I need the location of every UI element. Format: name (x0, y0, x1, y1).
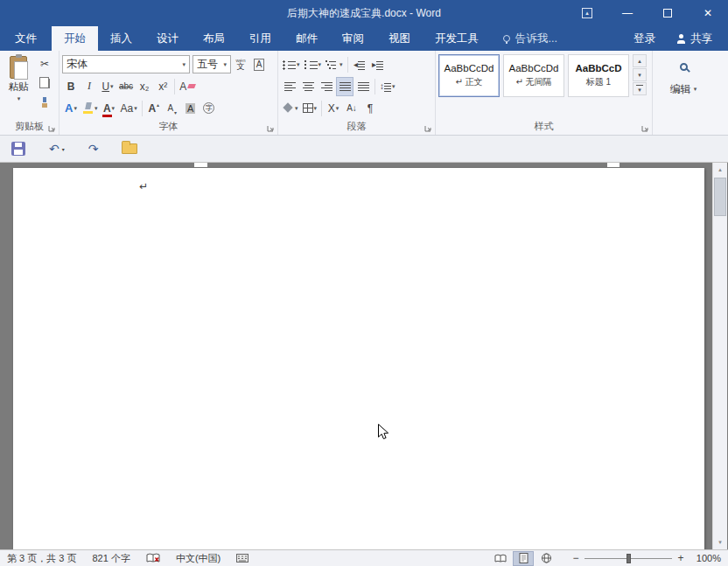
align-center-button[interactable] (299, 77, 317, 96)
caret-down-icon[interactable]: ▾ (223, 61, 227, 68)
format-painter-button[interactable] (34, 94, 55, 111)
character-shading-button[interactable]: A (182, 99, 200, 118)
maximize-button[interactable] (648, 0, 688, 26)
web-layout-button[interactable] (536, 551, 556, 566)
share-button[interactable]: 共享 (666, 31, 723, 46)
font-color-button[interactable]: A▾ (101, 99, 118, 118)
tab-mailings[interactable]: 邮件 (284, 26, 330, 51)
status-bar: 第 3 页，共 3 页 821 个字 中文(中国) (0, 549, 728, 566)
read-mode-button[interactable] (490, 551, 511, 566)
grow-font-button[interactable]: A▴ (145, 99, 163, 118)
bold-button[interactable]: B (62, 77, 80, 96)
tab-references[interactable]: 引用 (237, 26, 284, 51)
align-right-button[interactable] (318, 77, 335, 96)
cut-button[interactable]: ✂ (34, 55, 55, 73)
styles-dialog-launcher-icon[interactable] (641, 124, 649, 132)
clipboard-dialog-launcher-icon[interactable] (48, 124, 56, 132)
proofing-status[interactable] (146, 553, 160, 563)
scroll-up-button[interactable]: ▴ (713, 163, 727, 177)
word-count[interactable]: 821 个字 (92, 552, 130, 565)
decrease-indent-button[interactable]: ◂ (351, 55, 368, 74)
underline-button[interactable]: U▾ (99, 77, 116, 96)
character-border-button[interactable]: A (250, 55, 268, 74)
paragraph-dialog-launcher-icon[interactable] (424, 124, 432, 132)
shading-button[interactable]: ▾ (281, 99, 300, 118)
show-hide-marks-button[interactable]: ¶ (361, 99, 379, 118)
strikethrough-button[interactable]: abc (117, 77, 135, 96)
tell-me-box[interactable]: 告诉我... (503, 26, 557, 51)
minimize-button[interactable]: — (607, 0, 648, 26)
keyboard-icon[interactable] (236, 554, 248, 563)
open-button[interactable] (122, 143, 137, 154)
zoom-slider[interactable] (584, 553, 672, 564)
language-indicator[interactable]: 中文(中国) (176, 552, 220, 565)
increase-indent-button[interactable]: ▸ (369, 55, 387, 74)
scrollbar-thumb[interactable] (714, 178, 726, 216)
line-spacing-button[interactable]: ↕▾ (378, 77, 397, 96)
find-button[interactable] (675, 57, 692, 76)
zoom-in-button[interactable]: + (674, 552, 688, 564)
tab-review[interactable]: 审阅 (330, 26, 376, 51)
italic-button[interactable]: I (80, 77, 98, 96)
change-case-button[interactable]: Aa▾ (119, 99, 139, 118)
sort-icon: A↓ (346, 103, 357, 113)
tab-developer[interactable]: 开发工具 (423, 26, 491, 51)
font-size-combobox[interactable]: 五号 ▾ (192, 55, 231, 73)
scroll-down-button[interactable]: ▾ (713, 535, 727, 549)
enclose-characters-button[interactable]: 字 (200, 99, 218, 118)
save-button[interactable] (11, 142, 25, 156)
superscript-button[interactable]: x² (154, 77, 172, 96)
style-normal[interactable]: AaBbCcDd ↵ 正文 (438, 54, 500, 97)
clear-formatting-button[interactable]: A (178, 77, 197, 96)
zoom-out-button[interactable]: − (569, 552, 583, 564)
ribbon-display-options-button[interactable]: ▴ (567, 0, 607, 26)
shrink-font-button[interactable]: A▾ (164, 99, 181, 118)
zoom-slider-thumb[interactable] (626, 554, 631, 563)
proofing-book-icon (146, 553, 160, 563)
paste-button[interactable]: 粘贴 ▾ (3, 53, 34, 120)
numbering-button[interactable]: ▾ (303, 55, 324, 74)
text-effects-button[interactable]: A▾ (62, 99, 80, 118)
undo-button[interactable]: ↶ ▾ (49, 142, 65, 156)
bullets-button[interactable]: ▾ (281, 55, 302, 74)
borders-button[interactable]: ▾ (301, 99, 319, 118)
styles-scroll-down-button[interactable]: ▾ (633, 68, 647, 81)
align-left-button[interactable] (281, 77, 298, 96)
tab-layout[interactable]: 布局 (191, 26, 237, 51)
document-page[interactable]: ↵ (13, 168, 704, 549)
font-name-combobox[interactable]: 宋体 ▾ (62, 55, 190, 73)
page-indicator[interactable]: 第 3 页，共 3 页 (7, 552, 76, 565)
tab-insert[interactable]: 插入 (98, 26, 144, 51)
justify-icon (340, 80, 351, 92)
editing-button[interactable]: 编辑 ▾ (668, 80, 699, 99)
redo-button[interactable]: ↷ (88, 142, 99, 156)
tab-design[interactable]: 设计 (144, 26, 191, 51)
print-layout-button[interactable] (513, 551, 534, 566)
copy-button[interactable] (34, 74, 55, 92)
phonetic-guide-button[interactable]: wén 文 (232, 55, 249, 74)
align-left-icon (284, 80, 296, 92)
styles-more-button[interactable]: ▾ (633, 82, 647, 95)
caret-down-icon[interactable]: ▾ (62, 146, 65, 152)
tab-view[interactable]: 视图 (376, 26, 423, 51)
justify-button[interactable] (336, 77, 354, 96)
text-highlight-button[interactable]: ▾ (80, 99, 100, 118)
vertical-scrollbar[interactable]: ▴ ▾ (712, 163, 727, 549)
font-dialog-launcher-icon[interactable] (267, 124, 275, 132)
tab-file[interactable]: 文件 (0, 26, 52, 51)
multilevel-list-button[interactable]: ▾ (324, 55, 345, 74)
distribute-button[interactable] (354, 77, 372, 96)
asian-layout-button[interactable]: X▾ (325, 99, 342, 118)
zoom-level[interactable]: 100% (688, 553, 721, 563)
caret-down-icon[interactable]: ▾ (182, 61, 186, 68)
font-name-value: 宋体 (66, 57, 88, 72)
close-button[interactable]: ✕ (688, 0, 728, 26)
tab-home[interactable]: 开始 (52, 26, 98, 51)
style-heading-1[interactable]: AaBbCcD 标题 1 (568, 54, 629, 97)
paste-icon (10, 56, 27, 79)
styles-scroll-up-button[interactable]: ▴ (633, 54, 647, 67)
sort-button[interactable]: A↓ (343, 99, 360, 118)
subscript-button[interactable]: x₂ (136, 77, 153, 96)
style-no-spacing[interactable]: AaBbCcDd ↵ 无间隔 (503, 54, 564, 97)
sign-in-button[interactable]: 登录 (623, 31, 666, 46)
